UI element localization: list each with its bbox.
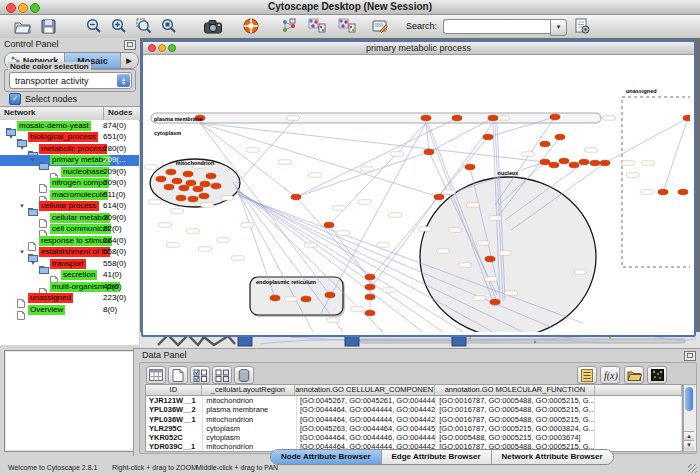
table-row[interactable]: YPL036W__2plasma membrane[GO:0044464, GO… — [146, 405, 682, 414]
network-node[interactable] — [193, 186, 203, 192]
float-panel-icon[interactable] — [124, 40, 136, 50]
tree-expand-icon[interactable]: ▼ — [19, 145, 25, 151]
birdseye-view[interactable] — [4, 350, 135, 452]
tree-expand-icon[interactable]: ▼ — [30, 260, 36, 266]
tree-column-nodes[interactable]: Nodes — [104, 107, 140, 120]
table-column-header[interactable]: _cellularLayoutRegion — [202, 385, 295, 395]
node-color-dropdown[interactable]: transporter activity ▲▼ — [9, 72, 132, 89]
tree-row-label[interactable]: establishment of lo — [39, 247, 110, 257]
tree-expand-icon[interactable]: ▼ — [19, 203, 25, 209]
network-edge[interactable] — [296, 118, 457, 197]
network-node[interactable] — [270, 295, 280, 301]
network-node[interactable] — [199, 193, 209, 199]
network-node[interactable] — [166, 169, 176, 175]
network-node[interactable] — [301, 296, 311, 302]
network-node[interactable] — [549, 162, 559, 168]
tree-row-label[interactable]: unassigned — [28, 293, 73, 303]
frame-minimize-button[interactable] — [158, 44, 166, 52]
zoom-in-icon[interactable] — [109, 17, 129, 35]
network-node[interactable] — [579, 159, 589, 165]
unselect-all-attributes-icon[interactable] — [212, 366, 232, 384]
network-node[interactable] — [540, 159, 550, 165]
network-node[interactable] — [452, 115, 462, 121]
network-node[interactable] — [183, 171, 193, 177]
network-icon[interactable] — [279, 17, 299, 35]
tree-row[interactable]: cellular metabol209(0) — [0, 212, 139, 224]
network-node[interactable] — [590, 160, 600, 166]
network-node[interactable] — [188, 196, 198, 202]
tree-row[interactable]: ▼metabolic process280(0) — [0, 143, 139, 155]
select-all-attributes-icon[interactable] — [190, 366, 210, 384]
tree-row-label[interactable]: primary metabo — [50, 155, 110, 165]
tree-row[interactable]: nitrogen compo209(0) — [0, 178, 139, 190]
resize-grip[interactable] — [688, 464, 697, 473]
select-attributes-icon[interactable] — [146, 366, 166, 384]
network-node[interactable] — [555, 134, 565, 140]
new-attribute-icon[interactable] — [168, 366, 188, 384]
tree-row-label[interactable]: macromolecule — [50, 190, 108, 200]
table-row[interactable]: YLR295Ccytoplasm[GO:0045263, GO:0044464,… — [146, 424, 682, 433]
tree-row-label[interactable]: nucleobase- — [61, 167, 109, 177]
function-builder-icon[interactable]: f(x) — [600, 366, 620, 384]
attribute-browser-icon[interactable] — [572, 17, 592, 35]
destroy-view-icon[interactable] — [337, 17, 357, 35]
tree-column-network[interactable]: Network — [0, 107, 104, 120]
attribute-matrix-icon[interactable] — [647, 366, 667, 384]
table-row[interactable]: YJR121W__1mitochondrion[GO:0045267, GO:0… — [146, 396, 682, 405]
network-canvas[interactable]: plasma membranecytoplasmmitochondrionnuc… — [143, 55, 690, 332]
tree-row[interactable]: ▼biological_process651(0) — [0, 132, 139, 144]
tab-overflow-button[interactable]: ▶ — [121, 53, 137, 68]
network-node[interactable] — [172, 178, 182, 184]
network-node[interactable] — [483, 134, 493, 140]
search-dropdown-button[interactable]: ▼ — [550, 19, 567, 36]
frame-zoom-button[interactable] — [168, 44, 176, 52]
table-scrollbar[interactable]: ▲ ▼ — [683, 384, 697, 452]
network-node[interactable] — [156, 176, 166, 182]
table-row[interactable]: YKR052Ccytoplasm[GO:0044464, GO:0044446,… — [146, 433, 682, 442]
network-node[interactable] — [365, 294, 375, 300]
zoom-selected-icon[interactable] — [134, 17, 154, 35]
close-window-button[interactable] — [6, 3, 16, 13]
zoom-fit-icon[interactable] — [159, 17, 179, 35]
table-column-header[interactable]: annotation.GO MOLECULAR_FUNCTION — [435, 385, 595, 395]
frame-close-button[interactable] — [148, 44, 156, 52]
tree-row[interactable]: unassigned223(0) — [0, 293, 139, 305]
attribute-list-icon[interactable] — [577, 366, 597, 384]
network-node[interactable] — [465, 164, 475, 170]
network-node[interactable] — [678, 189, 688, 195]
tree-row-label[interactable]: response to stimulu — [39, 236, 112, 246]
tree-row[interactable]: secretion41(0) — [0, 270, 139, 282]
tree-row-label[interactable]: mosaic-demo-yeast — [17, 121, 91, 131]
tree-row[interactable]: mosaic-demo-yeast874(0) — [0, 120, 139, 132]
tree-row-label[interactable]: secretion — [61, 270, 97, 280]
network-node[interactable] — [485, 256, 495, 262]
network-edge[interactable] — [605, 118, 688, 163]
network-node[interactable] — [600, 160, 610, 166]
zoom-window-button[interactable] — [30, 3, 40, 13]
annotation-icon[interactable] — [370, 17, 390, 35]
search-input[interactable] — [443, 19, 556, 34]
network-node[interactable] — [559, 158, 569, 164]
network-node[interactable] — [200, 181, 210, 187]
tree-expand-icon[interactable]: ▼ — [30, 157, 36, 163]
network-window-titlebar[interactable]: primary metabolic process — [143, 42, 694, 55]
tree-row-label[interactable]: cellular metabol — [50, 213, 110, 223]
tree-row-label[interactable]: Overview — [28, 305, 65, 315]
network-node[interactable] — [206, 173, 216, 179]
scrollbar-thumb[interactable] — [685, 387, 693, 411]
network-node[interactable] — [658, 189, 668, 195]
tree-row[interactable]: macromolecule311(0) — [0, 189, 139, 201]
network-node[interactable] — [324, 222, 334, 228]
delete-attribute-icon[interactable] — [234, 366, 254, 384]
network-node[interactable] — [424, 149, 434, 155]
attribute-table[interactable]: ID_cellularLayoutRegionannotation.GO CEL… — [145, 384, 683, 452]
scroll-down-button[interactable]: ▼ — [684, 440, 694, 450]
network-node[interactable] — [211, 183, 221, 189]
float-data-panel-icon[interactable] — [684, 351, 696, 361]
network-node[interactable] — [291, 194, 301, 200]
tree-row[interactable]: ▼cellular process614(0) — [0, 201, 139, 213]
network-node[interactable] — [365, 284, 375, 290]
network-node[interactable] — [490, 299, 500, 305]
network-node[interactable] — [540, 141, 550, 147]
network-node[interactable] — [421, 115, 431, 121]
